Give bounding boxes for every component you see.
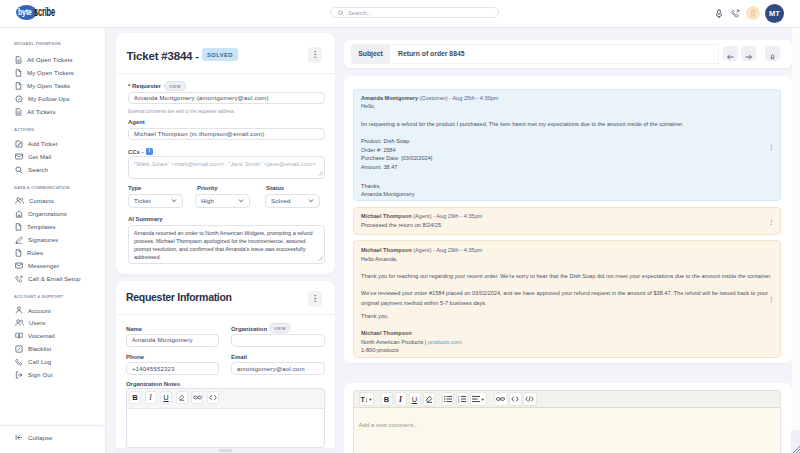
svg-text:3: 3 [458, 400, 460, 403]
